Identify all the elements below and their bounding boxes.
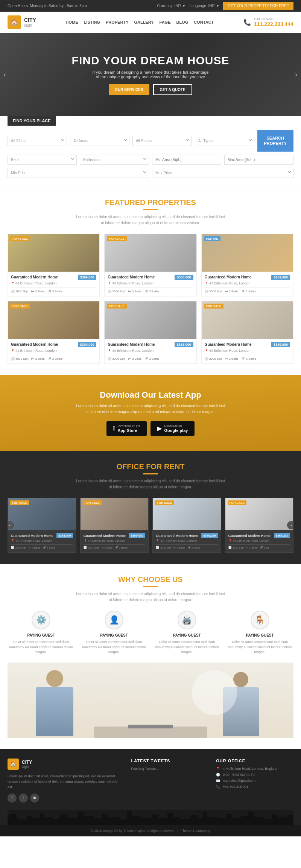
property-name: Guaranteed Modern Home	[11, 342, 58, 347]
rent-features: ⬜ 2000 Sqft 🛏 1 Beds 🚿 3 Be	[228, 544, 290, 549]
rent-features: ⬜ 1000 Sqft 🛏 3 Beds 🚿 2 Baths	[84, 544, 146, 549]
svg-rect-24	[181, 819, 191, 825]
property-location: 44 Erthinium Road, London	[11, 349, 96, 353]
rent-baths: 🚿 3 Be	[260, 546, 269, 549]
min-area-input[interactable]	[152, 155, 221, 165]
svg-rect-38	[287, 815, 293, 825]
types-select[interactable]: All Types	[195, 136, 254, 146]
property-baths: 🚿 2 Baths	[241, 290, 256, 293]
property-beds: 🛏 2 Beds	[225, 290, 238, 293]
max-area-input[interactable]	[224, 155, 293, 165]
why-icon-printer: 🖨️	[178, 611, 196, 629]
search-property-button[interactable]: SEARCHPROPERTY	[257, 130, 294, 152]
rent-price: $388,200	[274, 533, 290, 538]
status-select[interactable]: All Status	[132, 136, 192, 146]
svg-rect-34	[254, 817, 264, 825]
rent-badge: FOR SALE	[228, 500, 246, 505]
rent-features: ⬜ 2000 Sqft 🛏 3 Beds 🚿 2 Baths	[156, 544, 218, 549]
googleplay-button[interactable]: ▶ Download on Google play	[150, 421, 195, 436]
svg-rect-12	[84, 816, 94, 825]
nav-gallery[interactable]: GALLERY	[134, 20, 154, 24]
rent-sqft: ⬜ 2000 Sqft	[11, 546, 26, 549]
twitter-button[interactable]: t	[19, 794, 28, 803]
linkedin-button[interactable]: in	[30, 794, 39, 803]
property-card: FOR SALE Guaranteed Modern Home $388,000…	[104, 301, 196, 364]
property-sqft: ⬜ 3000 Sqft	[205, 290, 222, 293]
property-name: Guaranteed Modern Home	[108, 275, 155, 279]
property-info: Guaranteed Modern Home $399,000 44 Erthi…	[8, 339, 99, 363]
rent-location: 📍 44 Erthinium Road, London	[228, 539, 290, 543]
nav-home[interactable]: HOME	[66, 20, 78, 24]
title-underline	[143, 209, 158, 210]
top-bar-left: Open Hours: Monday to Saturday - 8am to …	[8, 4, 87, 8]
property-beds: 🛏 3 Beds	[128, 357, 141, 360]
svg-rect-36	[272, 815, 278, 825]
hero-section: ‹ FIND YOUR DREAM HOUSE If you dream of …	[0, 33, 301, 116]
svg-rect-33	[248, 812, 254, 825]
rent-image: FOR SALE	[153, 498, 221, 530]
logo-text: CITY night	[24, 17, 36, 27]
svg-rect-28	[207, 817, 218, 825]
property-features: ⬜ 3000 Sqft 🛏 3 Beds 🚿 3 Baths	[205, 355, 290, 360]
property-image: FOR SALE	[8, 301, 99, 339]
get-quote-button[interactable]: GET A QUOTE	[153, 84, 192, 95]
max-price-select[interactable]: Max Price	[152, 168, 293, 178]
why-item: 🪑 PAYING GUEST Dolor sit amet consecteat…	[226, 611, 293, 655]
nav-contact[interactable]: CONTACT	[194, 20, 214, 24]
property-card: FOR SALE Guaranteed Modern Home $388,000…	[104, 234, 196, 296]
copyright: © 2015 DesignViv by Theme inspire. All r…	[91, 829, 174, 833]
facebook-button[interactable]: f	[8, 794, 17, 803]
nav-listing[interactable]: LISTING	[84, 20, 100, 24]
svg-rect-5	[33, 818, 40, 825]
svg-rect-29	[218, 818, 226, 825]
rent-name: Guaranteed Modern Home	[84, 534, 126, 538]
app-buttons:  Download on the App Store ▶ Download o…	[8, 421, 293, 436]
footer-office: OUR OFFICE 📍 4 Mulltinium Road, London, …	[216, 759, 293, 803]
currency-selector[interactable]: Currency: INR ▼	[157, 4, 185, 8]
beds-select[interactable]: Beds	[8, 155, 77, 165]
svg-rect-8	[53, 819, 59, 825]
footer: 🏠 CITY night Lorem ipsum dolor sit amet,…	[0, 749, 301, 836]
svg-rect-37	[278, 818, 287, 825]
logo[interactable]: 🏠 CITY night	[8, 15, 36, 29]
rent-next-arrow[interactable]: ›	[287, 521, 293, 529]
app-download-section: Download Our Latest App Lorem ipsum dolo…	[0, 375, 301, 451]
svg-rect-22	[167, 813, 173, 825]
nav-blog[interactable]: BLOG	[176, 20, 189, 24]
laptop	[128, 725, 173, 728]
appstore-button[interactable]:  Download on the App Store	[106, 421, 147, 436]
hero-next-arrow[interactable]: ›	[295, 71, 297, 79]
property-name-row: Guaranteed Modern Home $399,000	[11, 275, 96, 280]
svg-rect-30	[226, 814, 232, 825]
rent-name-row: Guaranteed Modern Home $388,200	[156, 533, 218, 538]
nav-fage[interactable]: FAGE	[160, 20, 171, 24]
rent-name-row: Guaranteed Modern Home $388,200	[228, 533, 290, 538]
svg-rect-21	[158, 818, 167, 825]
cities-select[interactable]: All Cities	[8, 136, 67, 146]
nav-property[interactable]: PROPERTY	[106, 20, 129, 24]
property-name: Guaranteed Modern Home	[108, 342, 155, 347]
footer-bottom: © 2015 DesignViv by Theme inspire. All r…	[0, 825, 301, 836]
our-services-button[interactable]: OUR SERVICES	[109, 84, 149, 95]
hero-prev-arrow[interactable]: ‹	[4, 71, 6, 79]
rent-card: FOR SALE Guaranteed Modern Home $388,000…	[8, 498, 76, 553]
property-sqft: ⬜ 3000 Sqft	[205, 357, 222, 360]
baths-select[interactable]: Bathrooms	[80, 155, 149, 165]
svg-rect-3	[18, 819, 27, 825]
rent-name: Guaranteed Modern Home	[11, 534, 53, 538]
property-name: Guaranteed Modern Home	[11, 275, 58, 279]
featured-properties-section: FEATURED PROPERTIES Lorem ipsum dolor si…	[0, 187, 301, 375]
svg-rect-31	[233, 818, 242, 825]
why-title-underline	[143, 586, 158, 587]
min-price-select[interactable]: Min Price	[8, 168, 149, 178]
property-name: Guaranteed Modern Home	[205, 342, 252, 347]
svg-rect-6	[40, 813, 44, 825]
office-address: 📍 4 Mulltinium Road, London, England	[216, 767, 293, 771]
why-item-desc: Dolor sit amet consecteatur sed diam non…	[154, 640, 221, 655]
get-property-button[interactable]: GET YOUR PROPERTY FOR FREE	[223, 2, 293, 10]
language-selector[interactable]: Language: INR ▼	[189, 4, 219, 8]
svg-rect-20	[152, 815, 158, 825]
office-hours: 🕐 9:00 - 6:00 Mon to Fri	[216, 773, 293, 777]
areas-select[interactable]: All Areas	[70, 136, 129, 146]
footer-logo-icon: 🏠	[8, 759, 19, 770]
